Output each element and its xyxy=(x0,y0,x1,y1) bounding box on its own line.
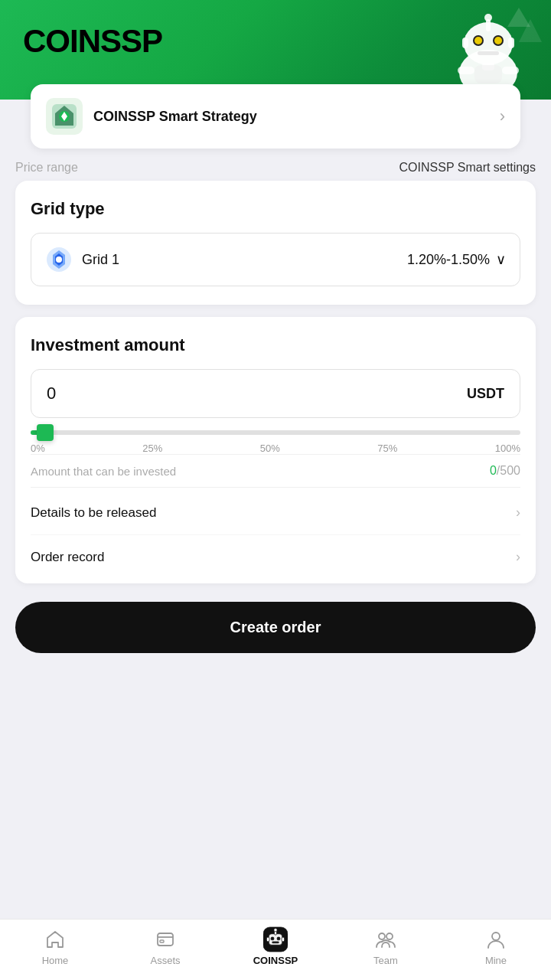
grid-selector[interactable]: Grid 1 1.20%-1.50% ∨ xyxy=(31,233,520,286)
slider-label-0: 0% xyxy=(31,443,45,454)
investable-total: 500 xyxy=(500,464,520,477)
slider-label-100: 100% xyxy=(495,443,520,454)
list-item-order-record[interactable]: Order record › xyxy=(31,535,520,565)
grid-icon xyxy=(45,246,73,273)
svg-point-4 xyxy=(474,37,482,44)
grid-name: Grid 1 xyxy=(82,252,119,268)
strategy-title: COINSSP Smart Strategy xyxy=(93,109,257,125)
nav-item-coinssp[interactable]: COINSSP xyxy=(245,927,306,966)
investment-slider[interactable] xyxy=(31,430,520,435)
svg-rect-29 xyxy=(160,940,164,942)
svg-rect-13 xyxy=(458,67,474,74)
svg-rect-33 xyxy=(277,937,280,940)
nav-item-mine[interactable]: Mine xyxy=(465,927,527,966)
nav-item-assets[interactable]: Assets xyxy=(135,927,196,966)
svg-point-36 xyxy=(274,928,277,931)
nav-item-team[interactable]: Team xyxy=(355,927,416,966)
svg-point-7 xyxy=(484,14,492,21)
slider-track xyxy=(31,430,520,435)
investable-row: Amount that can be invested 0/500 xyxy=(31,454,520,488)
coinssp-icon xyxy=(263,927,288,952)
nav-coinssp-label: COINSSP xyxy=(253,955,298,966)
grid-type-card: Grid type Grid 1 1.20%-1.50% ∨ xyxy=(15,181,536,305)
tab-labels: Price range COINSSP Smart settings xyxy=(0,149,551,181)
svg-rect-28 xyxy=(158,933,173,946)
svg-rect-12 xyxy=(474,65,502,83)
assets-icon xyxy=(153,927,178,952)
slider-label-75: 75% xyxy=(377,443,397,454)
svg-rect-37 xyxy=(266,937,269,942)
main-content: Grid type Grid 1 1.20%-1.50% ∨ Investmen… xyxy=(0,181,551,745)
svg-rect-10 xyxy=(478,51,499,55)
svg-point-40 xyxy=(386,933,393,939)
investment-title: Investment amount xyxy=(31,335,520,355)
svg-rect-34 xyxy=(272,942,279,943)
tab-price-range[interactable]: Price range xyxy=(15,161,78,175)
svg-rect-38 xyxy=(282,937,285,942)
nav-home-label: Home xyxy=(42,955,69,966)
svg-point-27 xyxy=(56,256,62,263)
tab-smart-settings[interactable]: COINSSP Smart settings xyxy=(399,161,536,175)
investment-card: Investment amount 0 USDT 0% 25% 50% 75% … xyxy=(15,317,536,583)
strategy-icon xyxy=(46,98,83,135)
nav-assets-label: Assets xyxy=(150,955,180,966)
strategy-left: COINSSP Smart Strategy xyxy=(46,98,257,135)
bottom-nav: Home Assets xyxy=(0,919,551,980)
create-order-button[interactable]: Create order xyxy=(15,602,536,653)
grid-type-title: Grid type xyxy=(31,199,520,219)
investable-current: 0 xyxy=(490,464,497,477)
nav-mine-label: Mine xyxy=(485,955,507,966)
home-icon xyxy=(43,927,67,952)
strategy-banner[interactable]: COINSSP Smart Strategy › xyxy=(31,84,520,149)
amount-value[interactable]: 0 xyxy=(47,384,56,403)
svg-rect-8 xyxy=(462,38,468,48)
team-icon xyxy=(373,927,398,952)
investable-amount: 0/500 xyxy=(490,464,520,478)
nav-team-label: Team xyxy=(373,955,398,966)
slider-label-25: 25% xyxy=(142,443,162,454)
amount-currency: USDT xyxy=(467,386,504,402)
slider-label-50: 50% xyxy=(260,443,280,454)
list-item-details[interactable]: Details to be released › xyxy=(31,491,520,535)
svg-rect-14 xyxy=(502,67,519,74)
mine-icon xyxy=(484,927,508,952)
list-item-details-arrow: › xyxy=(516,505,520,521)
svg-rect-32 xyxy=(271,937,274,940)
slider-labels: 0% 25% 50% 75% 100% xyxy=(31,443,520,454)
dropdown-arrow: ∨ xyxy=(496,251,506,268)
svg-rect-9 xyxy=(508,38,514,48)
list-items: Details to be released › Order record › xyxy=(31,491,520,565)
amount-input-box[interactable]: 0 USDT xyxy=(31,369,520,418)
grid-range: 1.20%-1.50% ∨ xyxy=(407,251,506,268)
strategy-chevron: › xyxy=(500,106,505,126)
list-item-order-arrow: › xyxy=(516,549,520,565)
nav-item-home[interactable]: Home xyxy=(24,927,86,966)
svg-point-39 xyxy=(379,933,385,939)
investable-label: Amount that can be invested xyxy=(31,465,176,478)
svg-point-5 xyxy=(494,37,502,44)
list-item-order-label: Order record xyxy=(31,550,104,565)
svg-marker-17 xyxy=(507,8,530,27)
svg-point-41 xyxy=(492,933,500,940)
list-item-details-label: Details to be released xyxy=(31,505,156,521)
slider-thumb[interactable] xyxy=(37,424,54,441)
